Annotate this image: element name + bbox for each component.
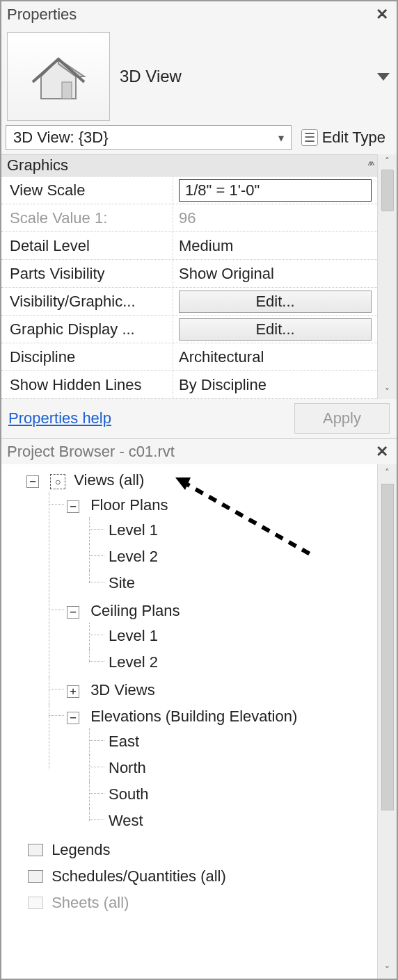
prop-label: Graphic Display ...: [1, 316, 173, 343]
scroll-thumb[interactable]: [381, 170, 394, 211]
tree-label: Level 2: [109, 548, 158, 565]
tree-item[interactable]: Level 1: [89, 517, 374, 544]
prop-row-discipline[interactable]: Discipline Architectural: [1, 343, 377, 371]
instance-dropdown[interactable]: 3D View: {3D} ▾: [6, 125, 292, 150]
tree-root[interactable]: − ○ Views (all) − Floor Plans Level 1 Le…: [8, 467, 374, 837]
prop-value[interactable]: Medium: [173, 232, 377, 259]
prop-row-parts-visibility[interactable]: Parts Visibility Show Original: [1, 260, 377, 288]
browser-scrollbar[interactable]: ˄ ˅: [377, 464, 397, 979]
prop-label: Discipline: [1, 343, 173, 370]
tree-ceiling-plans[interactable]: − Ceiling Plans Level 1 Level 2: [49, 598, 374, 677]
properties-grid: Graphics ^^ View Scale 1/8" = 1'-0" Scal…: [1, 154, 377, 399]
tree-elevations[interactable]: − Elevations (Building Elevation) East N…: [49, 703, 374, 835]
prop-label: Detail Level: [1, 232, 173, 259]
collapse-icon[interactable]: −: [26, 475, 39, 488]
scroll-down-icon[interactable]: ˅: [385, 385, 390, 399]
expand-icon[interactable]: +: [67, 685, 79, 698]
prop-value: Edit...: [173, 288, 377, 315]
prop-row-graphic-display[interactable]: Graphic Display ... Edit...: [1, 316, 377, 343]
scroll-thumb[interactable]: [381, 484, 394, 810]
svg-rect-2: [62, 82, 72, 99]
collapse-icon[interactable]: −: [67, 606, 79, 619]
tree-item[interactable]: Level 1: [89, 623, 374, 649]
collapse-icon[interactable]: −: [67, 500, 79, 513]
tree-label: South: [109, 785, 149, 803]
tree-label: Site: [109, 574, 135, 591]
edit-type-label: Edit Type: [322, 129, 385, 147]
house-icon: [27, 49, 90, 104]
apply-button[interactable]: Apply: [294, 403, 390, 434]
prop-label: Parts Visibility: [1, 260, 173, 287]
properties-scrollbar[interactable]: ˄ ˅: [377, 154, 397, 399]
close-icon[interactable]: ✕: [372, 6, 392, 24]
tree-label: Legends: [51, 841, 110, 858]
browser-body: − ○ Views (all) − Floor Plans Level 1 Le…: [1, 464, 397, 979]
edit-type-icon: ☰: [301, 129, 318, 146]
prop-value[interactable]: 1/8" = 1'-0": [173, 177, 377, 204]
tree-3d-views[interactable]: + 3D Views: [49, 677, 374, 703]
group-header[interactable]: Graphics ^^: [1, 155, 377, 177]
tree-label: East: [109, 733, 139, 750]
properties-grid-wrap: Graphics ^^ View Scale 1/8" = 1'-0" Scal…: [1, 154, 397, 399]
scroll-up-icon[interactable]: ˄: [385, 464, 390, 481]
group-header-label: Graphics: [7, 156, 68, 174]
prop-value[interactable]: Architectural: [173, 343, 377, 370]
tree-sheets[interactable]: Sheets (all): [8, 890, 374, 916]
scroll-up-icon[interactable]: ˄: [385, 154, 390, 168]
scroll-down-icon[interactable]: ˅: [385, 962, 390, 979]
prop-row-scale-value: Scale Value 1: 96: [1, 204, 377, 232]
type-selector-row: 3D View: [1, 28, 397, 125]
schedules-icon: [28, 870, 43, 883]
instance-row: 3D View: {3D} ▾ ☰ Edit Type: [1, 125, 397, 154]
tree-label: Level 1: [109, 627, 158, 644]
properties-footer: Properties help Apply: [1, 399, 397, 438]
legends-icon: [28, 844, 43, 856]
tree-item[interactable]: Level 2: [89, 649, 374, 676]
tree-label: Views (all): [74, 471, 144, 489]
prop-value[interactable]: Show Original: [173, 260, 377, 287]
prop-row-detail-level[interactable]: Detail Level Medium: [1, 232, 377, 260]
tree-item[interactable]: South: [89, 781, 374, 808]
tree-label: Ceiling Plans: [90, 602, 180, 619]
prop-row-visibility-graphics[interactable]: Visibility/Graphic... Edit...: [1, 288, 377, 316]
views-icon: ○: [50, 474, 65, 489]
tree-label: West: [109, 812, 143, 829]
edit-button[interactable]: Edit...: [179, 291, 372, 313]
tree-floor-plans[interactable]: − Floor Plans Level 1 Level 2 Site: [49, 492, 374, 598]
edit-button[interactable]: Edit...: [179, 318, 372, 341]
tree-label: Schedules/Quantities (all): [51, 867, 226, 885]
properties-title: Properties: [7, 6, 77, 24]
tree-label: Elevations (Building Elevation): [90, 708, 297, 725]
tree-item[interactable]: Level 2: [89, 544, 374, 570]
type-dropdown-icon[interactable]: [377, 73, 390, 81]
prop-row-show-hidden-lines[interactable]: Show Hidden Lines By Discipline: [1, 371, 377, 399]
tree-label: North: [109, 759, 146, 776]
prop-value[interactable]: By Discipline: [173, 371, 377, 398]
edit-type-button[interactable]: ☰ Edit Type: [296, 125, 391, 150]
tree-label: Level 2: [109, 653, 158, 671]
prop-value: 96: [173, 204, 377, 231]
chevron-down-icon: ▾: [278, 131, 284, 145]
tree-item[interactable]: North: [89, 755, 374, 781]
tree-item[interactable]: Site: [89, 570, 374, 596]
properties-help-link[interactable]: Properties help: [8, 409, 111, 427]
tree-legends[interactable]: Legends: [8, 837, 374, 863]
prop-label: View Scale: [1, 177, 173, 204]
prop-row-view-scale[interactable]: View Scale 1/8" = 1'-0": [1, 177, 377, 204]
tree-schedules[interactable]: Schedules/Quantities (all): [8, 863, 374, 890]
tree-label: 3D Views: [90, 681, 155, 699]
tree-item[interactable]: West: [89, 808, 374, 834]
collapse-icon[interactable]: ^^: [368, 160, 372, 171]
prop-value: Edit...: [173, 316, 377, 343]
collapse-icon[interactable]: −: [67, 712, 79, 724]
close-icon[interactable]: ✕: [372, 443, 392, 461]
properties-titlebar: Properties ✕: [1, 1, 397, 28]
prop-label: Show Hidden Lines: [1, 371, 173, 398]
instance-selected: 3D View: {3D}: [13, 129, 109, 147]
type-thumbnail[interactable]: [7, 32, 110, 121]
project-tree: − ○ Views (all) − Floor Plans Level 1 Le…: [1, 464, 377, 979]
type-label[interactable]: 3D View: [120, 67, 367, 86]
browser-title: Project Browser - c01.rvt: [7, 443, 175, 461]
prop-label: Visibility/Graphic...: [1, 288, 173, 315]
tree-item[interactable]: East: [89, 728, 374, 755]
